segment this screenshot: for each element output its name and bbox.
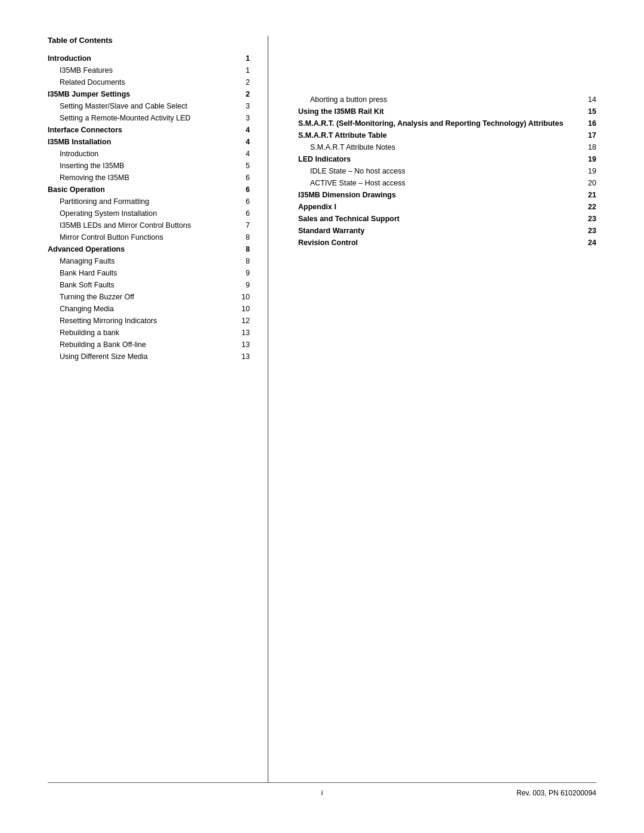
entry-page-appendix: 22 (581, 203, 596, 211)
entry-title-mirror-ctrl: Mirror Control Button Functions (60, 233, 235, 241)
entry-page-mirror-ctrl: 8 (235, 233, 250, 241)
entry-title-diff-size: Using Different Size Media (60, 352, 235, 361)
entry-page-resetting-mirror: 12 (235, 317, 250, 325)
entry-page-leds-mirror: 7 (235, 221, 250, 230)
entry-title-rail-kit: Using the I35MB Rail Kit (298, 107, 581, 116)
entry-page-introduction2: 4 (235, 150, 250, 158)
toc-entry-bank-hard: Bank Hard Faults9 (48, 269, 250, 277)
toc-entry-advanced-ops: Advanced Operations8 (48, 245, 250, 253)
toc-entry-i35mb-install: I35MB Installation4 (48, 138, 250, 146)
entry-title-idle-state: IDLE State – No host access (310, 167, 581, 175)
entry-title-bank-soft: Bank Soft Faults (60, 281, 235, 289)
entry-page-inserting: 5 (235, 162, 250, 170)
entry-title-smart-table: S.M.A.R.T Attribute Table (298, 131, 581, 140)
entry-title-partitioning: Partitioning and Formatting (60, 197, 235, 206)
entry-page-bank-soft: 9 (235, 281, 250, 289)
page: Table of Contents Introduction1I35MB Fea… (0, 0, 644, 833)
entry-title-basic-op: Basic Operation (48, 185, 235, 194)
toc-entry-rebuilding-offline: Rebuilding a Bank Off-line13 (48, 340, 250, 349)
entry-title-dimension: I35MB Dimension Drawings (298, 191, 581, 199)
entry-title-appendix: Appendix I (298, 203, 581, 211)
entry-page-jumper-settings: 2 (235, 90, 250, 98)
toc-entry-sales-support: Sales and Technical Support23 (298, 215, 596, 223)
toc-entry-revision: Revision Control24 (298, 239, 596, 247)
entry-page-buzzer-off: 10 (235, 293, 250, 301)
entry-title-jumper-settings: I35MB Jumper Settings (48, 90, 235, 98)
toc-entry-introduction2: Introduction4 (48, 150, 250, 158)
content-area: Table of Contents Introduction1I35MB Fea… (48, 36, 596, 782)
entry-page-revision: 24 (581, 239, 596, 247)
footer-page-num: i (321, 789, 323, 797)
toc-entry-bank-soft: Bank Soft Faults9 (48, 281, 250, 289)
toc-entry-leds-mirror: I35MB LEDs and Mirror Control Buttons7 (48, 221, 250, 230)
entry-title-inserting: Inserting the I35MB (60, 162, 235, 170)
toc-entry-mirror-ctrl: Mirror Control Button Functions8 (48, 233, 250, 241)
entry-title-buzzer-off: Turning the Buzzer Off (60, 293, 235, 301)
entry-page-smart-table: 17 (581, 131, 596, 140)
entry-page-smart-notes: 18 (581, 143, 596, 151)
toc-entry-led-indicators: LED Indicators19 (298, 155, 596, 163)
toc-entry-dimension: I35MB Dimension Drawings21 (298, 191, 596, 199)
entry-title-rebuilding-offline: Rebuilding a Bank Off-line (60, 340, 235, 349)
toc-entry-setting-master: Setting Master/Slave and Cable Select3 (48, 102, 250, 110)
entry-title-abort-btn: Aborting a button press (310, 95, 581, 104)
entry-page-rail-kit: 15 (581, 107, 596, 116)
entry-page-basic-op: 6 (235, 185, 250, 194)
toc-entry-managing-faults: Managing Faults8 (48, 257, 250, 265)
toc-entry-i35mb-features: I35MB Features1 (48, 66, 250, 75)
entry-page-bank-hard: 9 (235, 269, 250, 277)
entry-title-rebuilding-bank: Rebuilding a bank (60, 329, 235, 337)
toc-entry-resetting-mirror: Resetting Mirroring Indicators12 (48, 317, 250, 325)
toc-entry-inserting: Inserting the I35MB5 (48, 162, 250, 170)
toc-entry-idle-state: IDLE State – No host access19 (298, 167, 596, 175)
entry-page-interface-conn: 4 (235, 126, 250, 134)
entry-page-advanced-ops: 8 (235, 245, 250, 253)
right-entries: Aborting a button press14Using the I35MB… (298, 95, 596, 247)
entry-title-bank-hard: Bank Hard Faults (60, 269, 235, 277)
entry-title-introduction2: Introduction (60, 150, 235, 158)
toc-entry-setting-led: Setting a Remote-Mounted Activity LED3 (48, 114, 250, 122)
toc-entry-os-install: Operating System Installation6 (48, 209, 250, 218)
entry-title-related-docs: Related Documents (60, 78, 235, 86)
toc-entry-smart-notes: S.M.A.R.T Attribute Notes18 (298, 143, 596, 151)
entry-page-dimension: 21 (581, 191, 596, 199)
toc-entry-related-docs: Related Documents2 (48, 78, 250, 86)
entry-title-advanced-ops: Advanced Operations (48, 245, 235, 253)
toc-entry-warranty: Standard Warranty23 (298, 227, 596, 235)
entry-page-removing: 6 (235, 174, 250, 182)
entry-page-rebuilding-offline: 13 (235, 340, 250, 349)
entry-title-smart-notes: S.M.A.R.T Attribute Notes (310, 143, 581, 151)
toc-title: Table of Contents (48, 36, 250, 45)
entry-page-smart: 16 (581, 119, 596, 128)
footer: i Rev. 003, PN 610200094 (48, 782, 596, 797)
toc-entry-partitioning: Partitioning and Formatting6 (48, 197, 250, 206)
toc-entry-removing: Removing the I35MB6 (48, 174, 250, 182)
entry-title-warranty: Standard Warranty (298, 227, 581, 235)
entry-page-setting-master: 3 (235, 102, 250, 110)
entry-page-i35mb-install: 4 (235, 138, 250, 146)
entry-title-setting-master: Setting Master/Slave and Cable Select (60, 102, 235, 110)
entry-page-related-docs: 2 (235, 78, 250, 86)
entry-page-managing-faults: 8 (235, 257, 250, 265)
entry-title-managing-faults: Managing Faults (60, 257, 235, 265)
toc-entry-smart: S.M.A.R.T. (Self-Monitoring, Analysis an… (298, 119, 596, 128)
entry-page-diff-size: 13 (235, 352, 250, 361)
entry-title-active-state: ACTIVE State – Host access (310, 179, 581, 187)
entry-page-changing-media: 10 (235, 305, 250, 313)
toc-entry-smart-table: S.M.A.R.T Attribute Table17 (298, 131, 596, 140)
entry-title-revision: Revision Control (298, 239, 581, 247)
toc-entry-diff-size: Using Different Size Media13 (48, 352, 250, 361)
entry-page-os-install: 6 (235, 209, 250, 218)
entry-page-warranty: 23 (581, 227, 596, 235)
entry-page-i35mb-features: 1 (235, 66, 250, 75)
toc-entry-active-state: ACTIVE State – Host access20 (298, 179, 596, 187)
toc-entry-abort-btn: Aborting a button press14 (298, 95, 596, 104)
entry-title-changing-media: Changing Media (60, 305, 235, 313)
entry-title-removing: Removing the I35MB (60, 174, 235, 182)
entry-title-i35mb-install: I35MB Installation (48, 138, 235, 146)
toc-entry-changing-media: Changing Media10 (48, 305, 250, 313)
entry-page-intro: 1 (235, 54, 250, 63)
right-column: Aborting a button press14Using the I35MB… (268, 36, 596, 782)
entry-title-led-indicators: LED Indicators (298, 155, 581, 163)
entry-page-rebuilding-bank: 13 (235, 329, 250, 337)
